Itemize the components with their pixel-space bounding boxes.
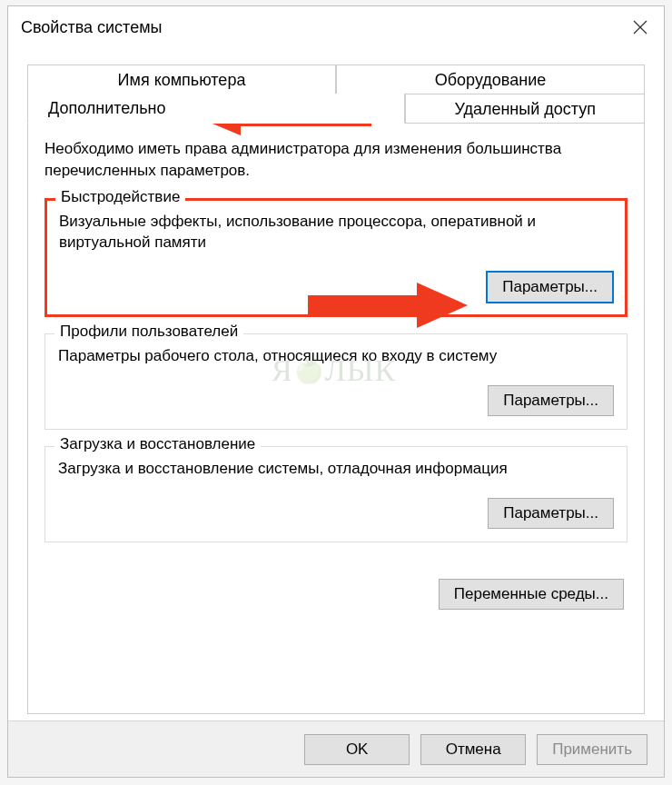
dialog-footer: OK Отмена Применить [8, 720, 664, 777]
tab-computer-name[interactable]: Имя компьютера [27, 65, 336, 94]
apply-button[interactable]: Применить [537, 734, 647, 765]
ok-button[interactable]: OK [304, 734, 410, 765]
environment-variables-button[interactable]: Переменные среды... [439, 579, 624, 610]
user-profiles-settings-button[interactable]: Параметры... [488, 385, 614, 416]
performance-legend: Быстродействие [55, 188, 185, 206]
user-profiles-desc: Параметры рабочего стола, относящиеся ко… [58, 345, 614, 367]
cancel-button[interactable]: Отмена [420, 734, 526, 765]
window-title: Свойства системы [21, 18, 162, 37]
user-profiles-legend: Профили пользователей [54, 323, 243, 341]
performance-group: Быстродействие Визуальные эффекты, испол… [44, 198, 628, 318]
titlebar: Свойства системы [8, 6, 664, 48]
tab-row-2: Дополнительно Удаленный доступ [27, 94, 645, 124]
close-button[interactable] [624, 14, 657, 41]
performance-desc: Визуальные эффекты, использование процес… [59, 211, 613, 254]
close-icon [633, 20, 647, 35]
performance-settings-button[interactable]: Параметры... [487, 272, 613, 303]
user-profiles-group: Профили пользователей Параметры рабочего… [44, 333, 628, 430]
tab-advanced[interactable]: Дополнительно [27, 94, 405, 124]
startup-recovery-desc: Загрузка и восстановление системы, отлад… [58, 458, 614, 480]
admin-rights-note: Необходимо иметь права администратора дл… [44, 138, 628, 182]
tab-content-advanced: Необходимо иметь права администратора дл… [27, 124, 645, 714]
startup-recovery-group: Загрузка и восстановление Загрузка и вос… [44, 446, 628, 542]
startup-recovery-legend: Загрузка и восстановление [54, 435, 261, 453]
tab-row-1: Имя компьютера Оборудование [27, 65, 645, 94]
tab-hardware[interactable]: Оборудование [336, 65, 645, 94]
startup-recovery-settings-button[interactable]: Параметры... [488, 498, 614, 529]
tab-remote[interactable]: Удаленный доступ [405, 94, 645, 124]
system-properties-window: Свойства системы Имя компьютера Оборудов… [7, 5, 665, 778]
